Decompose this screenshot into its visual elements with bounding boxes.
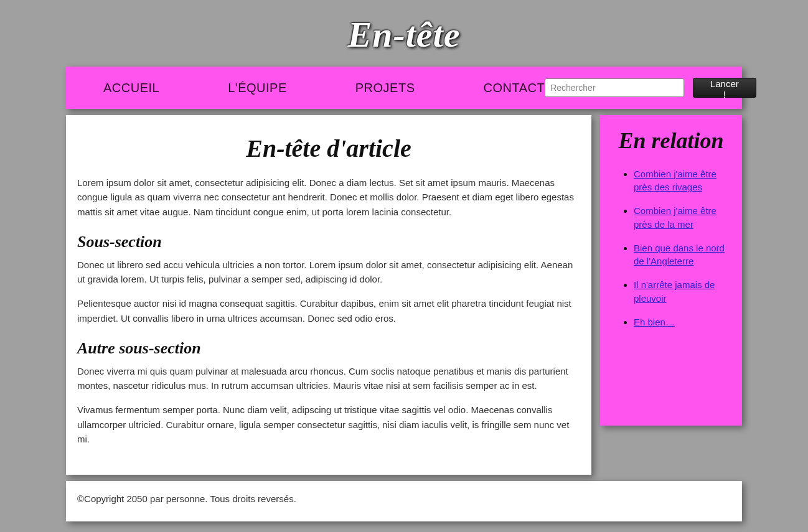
search-submit-button[interactable]: Lancer !	[693, 78, 757, 98]
sidebar-related: En relation Combien j'aime être près des…	[600, 115, 742, 426]
related-link[interactable]: Bien que dans le nord de l'Angleterre	[634, 243, 725, 267]
site-title: En-tête	[66, 14, 742, 55]
page: En-tête Accueil L'équipe Projets Contact…	[66, 0, 742, 532]
nav-list: Accueil L'équipe Projets Contact	[78, 81, 545, 95]
search-form: Lancer !	[545, 78, 756, 98]
main-columns: En-tête d'article Lorem ipsum dolor sit …	[66, 115, 742, 475]
section-heading: Autre sous-section	[77, 339, 580, 358]
related-link[interactable]: Combien j'aime être près des rivages	[634, 169, 716, 193]
section-paragraph: Donec ut librero sed accu vehicula ultri…	[77, 258, 580, 287]
related-link[interactable]: Combien j'aime être près de la mer	[634, 205, 716, 230]
sidebar-title: En relation	[611, 129, 731, 154]
nav-link-projets[interactable]: Projets	[355, 81, 415, 95]
top-navigation: Accueil L'équipe Projets Contact Lancer …	[66, 67, 742, 109]
nav-link-equipe[interactable]: L'équipe	[228, 81, 287, 95]
article-intro: Lorem ipsum dolor sit amet, consectetur …	[77, 175, 580, 219]
nav-link-contact[interactable]: Contact	[483, 81, 545, 95]
section-paragraph: Donec viverra mi quis quam pulvinar at m…	[77, 364, 580, 393]
section-paragraph: Pelientesque auctor nisi id magna conseq…	[77, 296, 580, 325]
site-header: En-tête	[66, 0, 742, 67]
footer-text: ©Copyright 2050 par personne. Tous droit…	[77, 493, 296, 504]
section-paragraph: Vivamus fermentum semper porta. Nunc dia…	[77, 403, 580, 446]
main-article: En-tête d'article Lorem ipsum dolor sit …	[66, 115, 591, 475]
list-item: Eh bien…	[634, 315, 731, 329]
article-section: Sous-section Donec ut librero sed accu v…	[77, 233, 580, 325]
list-item: Bien que dans le nord de l'Angleterre	[634, 241, 731, 269]
related-links-list: Combien j'aime être près des rivages Com…	[611, 167, 731, 329]
related-link[interactable]: Il n'arrête jamais de pleuvoir	[634, 279, 715, 304]
article-title: En-tête d'article	[77, 134, 580, 163]
site-footer: ©Copyright 2050 par personne. Tous droit…	[66, 481, 742, 521]
list-item: Il n'arrête jamais de pleuvoir	[634, 278, 731, 306]
list-item: Combien j'aime être près de la mer	[634, 204, 731, 231]
related-link[interactable]: Eh bien…	[634, 317, 675, 327]
search-input[interactable]	[545, 78, 684, 97]
list-item: Combien j'aime être près des rivages	[634, 167, 731, 195]
section-heading: Sous-section	[77, 233, 580, 251]
nav-link-accueil[interactable]: Accueil	[103, 81, 159, 95]
article-section: Autre sous-section Donec viverra mi quis…	[77, 339, 580, 446]
